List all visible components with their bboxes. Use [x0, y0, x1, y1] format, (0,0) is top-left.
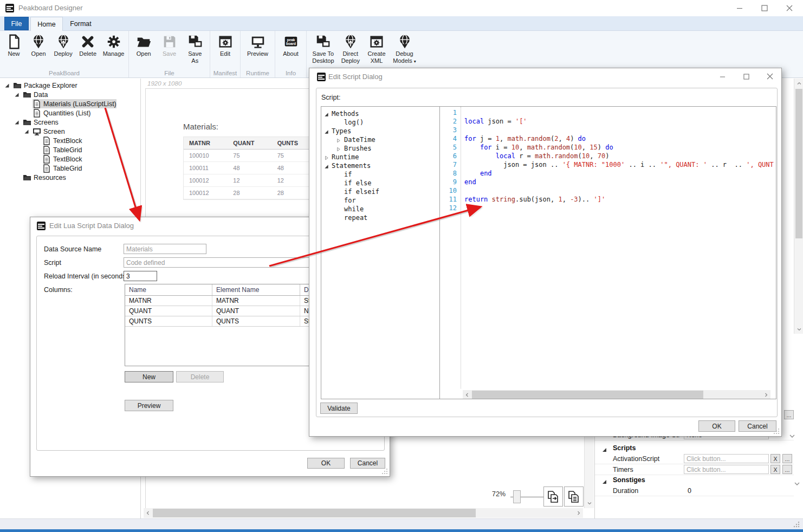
- expand-arrow-icon[interactable]: [336, 137, 341, 142]
- scrollbar-thumb[interactable]: [795, 89, 802, 238]
- code-line-4[interactable]: 4for j = 1, math.random(2, 4) do: [440, 135, 586, 144]
- tree-item-materials-luascriptlist[interactable]: Materials (LuaScriptList): [0, 99, 140, 108]
- tree-item-tablegrid[interactable]: TableGrid: [0, 145, 140, 154]
- browse-button[interactable]: ...: [782, 465, 792, 474]
- tree-item-screens[interactable]: Screens: [0, 118, 140, 127]
- snippet-item-methods[interactable]: Methods: [321, 109, 439, 118]
- ribbon-button-delete[interactable]: Delete: [77, 33, 99, 58]
- zoom-slider-thumb[interactable]: [513, 490, 521, 503]
- code-horizontal-scrollbar[interactable]: [463, 390, 770, 399]
- close-button[interactable]: [777, 0, 802, 16]
- snippet-item-log[interactable]: log(): [321, 118, 439, 127]
- ribbon-button-edit[interactable]: Edit: [215, 33, 236, 58]
- ribbon-button-direct-deploy[interactable]: DirectDeploy: [340, 33, 361, 65]
- property-row-timers[interactable]: Timers Click button... X ...: [595, 464, 794, 475]
- preview-button[interactable]: Preview: [125, 400, 173, 411]
- collapse-arrow-icon[interactable]: [14, 119, 20, 125]
- browse-button[interactable]: ...: [784, 410, 794, 419]
- collapse-arrow-icon[interactable]: [602, 446, 607, 451]
- ribbon-button-save-as[interactable]: SaveAs: [184, 33, 206, 65]
- scrollbar-thumb[interactable]: [153, 509, 476, 517]
- snippet-item-if[interactable]: if: [321, 170, 439, 179]
- tree-item-quantities-list[interactable]: Quantities (List): [0, 108, 140, 118]
- ok-button[interactable]: OK: [698, 420, 735, 432]
- snippet-item-statements[interactable]: Statements: [321, 161, 439, 170]
- scrollbar-thumb[interactable]: [472, 391, 703, 399]
- window-resize-grip[interactable]: [792, 521, 800, 528]
- ribbon-button-manage[interactable]: Manage: [102, 33, 126, 58]
- scroll-right-icon[interactable]: [574, 508, 583, 518]
- code-editor[interactable]: 12local json = '['34for j = 1, math.rand…: [439, 106, 776, 399]
- snippet-item-while[interactable]: while: [321, 205, 439, 213]
- ok-button[interactable]: OK: [307, 458, 345, 469]
- snippet-item-if-elseif[interactable]: if elseif: [321, 187, 439, 196]
- materials-textblock[interactable]: Materials:: [183, 122, 218, 131]
- snippet-item-datetime[interactable]: DateTime: [321, 135, 439, 144]
- code-line-5[interactable]: 5 for i = 10, math.random(10, 15) do: [440, 144, 613, 152]
- minimize-button[interactable]: [713, 68, 731, 85]
- collapse-arrow-icon[interactable]: [24, 128, 29, 134]
- snippet-item-types[interactable]: Types: [321, 127, 439, 135]
- timers-field[interactable]: Click button...: [684, 465, 769, 474]
- export-document-button[interactable]: [543, 486, 563, 507]
- chevron-down-icon[interactable]: [788, 432, 796, 440]
- collapse-arrow-icon[interactable]: [324, 163, 329, 168]
- copy-document-button[interactable]: [564, 486, 584, 507]
- code-line-8[interactable]: 8 end: [440, 170, 492, 178]
- snippet-item-brushes[interactable]: Brushes: [321, 144, 439, 153]
- property-row-duration[interactable]: Duration 0: [595, 485, 794, 496]
- chevron-down-icon[interactable]: [793, 480, 801, 488]
- snippet-item-if-else[interactable]: if else: [321, 179, 439, 187]
- cancel-button[interactable]: Cancel: [739, 420, 776, 432]
- maximize-button[interactable]: [752, 0, 777, 16]
- reload-interval-field[interactable]: [124, 271, 157, 281]
- browse-button[interactable]: ...: [782, 454, 792, 463]
- snippet-item-for[interactable]: for: [321, 196, 439, 205]
- tree-item-textblock[interactable]: TextBlock: [0, 136, 140, 145]
- new-column-button[interactable]: New: [125, 371, 173, 382]
- scroll-down-icon[interactable]: [585, 498, 594, 508]
- tree-item-resources[interactable]: Resources: [0, 173, 140, 182]
- ribbon-button-save[interactable]: Save: [159, 33, 180, 58]
- collapse-arrow-icon[interactable]: [324, 128, 329, 133]
- collapse-arrow-icon[interactable]: [324, 111, 329, 116]
- duration-value[interactable]: 0: [688, 487, 691, 495]
- tab-file[interactable]: File: [4, 17, 29, 30]
- collapse-arrow-icon[interactable]: [4, 82, 10, 88]
- scroll-left-icon[interactable]: [463, 390, 471, 399]
- properties-scrollbar[interactable]: [794, 79, 803, 334]
- expand-arrow-icon[interactable]: [324, 154, 329, 159]
- ribbon-button-preview[interactable]: Preview: [246, 33, 269, 58]
- delete-column-button[interactable]: Delete: [176, 371, 224, 382]
- minimize-button[interactable]: [727, 0, 752, 16]
- tree-item-screen[interactable]: Screen: [0, 127, 140, 136]
- tree-item-data[interactable]: Data: [0, 90, 140, 99]
- code-line-9[interactable]: 9end: [440, 178, 476, 187]
- data-source-name-field[interactable]: [124, 244, 206, 254]
- expand-arrow-icon[interactable]: [336, 146, 341, 151]
- ribbon-button-deploy[interactable]: Deploy: [53, 33, 74, 58]
- section-header-sonstiges[interactable]: Sonstiges: [595, 475, 794, 485]
- canvas-horizontal-scrollbar[interactable]: [144, 508, 583, 518]
- ribbon-button-save-to-desktop[interactable]: Save ToDesktop: [311, 33, 335, 65]
- tab-home[interactable]: Home: [30, 17, 63, 31]
- ribbon-button-open[interactable]: Open: [28, 33, 49, 58]
- code-line-7[interactable]: 7 json = json .. '{ MATNR: "1000' .. i .…: [440, 161, 774, 170]
- scroll-right-icon[interactable]: [762, 390, 770, 399]
- column-header[interactable]: Element Name: [212, 284, 300, 295]
- code-line-6[interactable]: 6 local r = math.random(10, 70): [440, 152, 609, 161]
- code-line-2[interactable]: 2local json = '[': [440, 118, 527, 126]
- snippet-item-runtime[interactable]: Runtime: [321, 153, 439, 161]
- close-button[interactable]: [761, 68, 779, 85]
- tab-format[interactable]: Format: [63, 17, 98, 30]
- snippet-item-repeat[interactable]: repeat: [321, 213, 439, 222]
- column-header[interactable]: Name: [125, 284, 212, 295]
- tree-item-package-explorer[interactable]: Package Explorer: [0, 81, 140, 90]
- scroll-left-icon[interactable]: [144, 508, 152, 518]
- code-line-11[interactable]: 11return string.sub(json, 1, -3).. ']': [440, 196, 605, 204]
- scroll-down-icon[interactable]: [794, 325, 803, 334]
- ribbon-button-about[interactable]: peakboardAbout: [280, 33, 302, 58]
- cancel-button[interactable]: Cancel: [350, 458, 385, 469]
- maximize-button[interactable]: [737, 68, 755, 85]
- validate-button[interactable]: Validate: [320, 403, 358, 414]
